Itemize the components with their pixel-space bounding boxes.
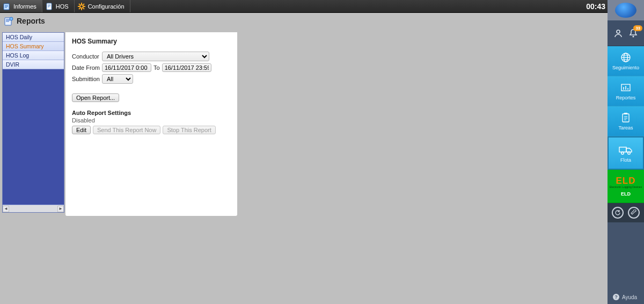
scroll-right-icon[interactable]: ► (57, 206, 64, 212)
date-to-input[interactable] (162, 63, 211, 72)
sidebar-hscroll[interactable]: ◄ ► (3, 205, 64, 212)
document-icon (46, 3, 53, 10)
conductor-select[interactable]: All Drivers (102, 52, 209, 61)
rail-user-row: 33 (608, 20, 644, 46)
svg-point-14 (633, 35, 634, 37)
report-icon (3, 3, 11, 10)
sidebar-item-dvir[interactable]: DVIR (3, 60, 64, 69)
date-to-label: To (153, 64, 160, 71)
rail-tile-fleet[interactable]: Flota (608, 136, 644, 170)
help-label: Ayuda (622, 294, 637, 300)
sidebar-item-hos-summary[interactable]: HOS Summary (3, 42, 64, 51)
rail-label: Flota (620, 157, 631, 163)
submission-select[interactable]: All (102, 74, 133, 84)
panel-title: HOS Summary (72, 38, 231, 45)
chart-icon (620, 82, 632, 93)
notifications-button[interactable]: 33 (628, 28, 638, 38)
refresh-icon[interactable] (612, 207, 624, 219)
svg-point-13 (617, 30, 620, 33)
svg-rect-25 (624, 113, 627, 114)
rail-tile-tracking[interactable]: Seguimiento (608, 46, 644, 76)
notification-badge: 33 (633, 25, 642, 31)
tab-label: Configuración (88, 3, 125, 10)
svg-line-7 (79, 4, 80, 5)
rail-avatar-area[interactable] (608, 0, 644, 20)
report-type-sidebar: HOS Daily HOS Summary HOS Log DVIR ◄ ► (2, 32, 64, 213)
rail-help[interactable]: ? Ayuda (608, 290, 644, 304)
auto-report-status: Disabled (72, 117, 231, 124)
right-rail: 33 Seguimiento Reportes Tareas Flota ELD… (608, 0, 644, 304)
clipboard-icon (620, 112, 632, 124)
tab-hos[interactable]: HOS (42, 0, 75, 12)
sidebar-item-hos-log[interactable]: HOS Log (3, 51, 64, 60)
page-title: Reports (17, 17, 45, 25)
stop-report-button: Stop This Report (163, 126, 215, 134)
svg-line-8 (83, 8, 84, 9)
sidebar-item-hos-daily[interactable]: HOS Daily (3, 33, 64, 42)
rail-label: ELD (621, 191, 631, 197)
tab-label: Informes (13, 3, 36, 10)
rail-label: Tareas (618, 125, 633, 131)
submission-label: Submittion (72, 76, 102, 82)
date-from-label: Date From (72, 64, 102, 71)
svg-line-9 (79, 8, 80, 9)
reports-page-icon (4, 16, 14, 26)
truck-icon (618, 144, 633, 156)
conductor-label: Conductor (72, 53, 102, 60)
topbar: Informes HOS Configuración 00:43 (0, 0, 644, 13)
rail-label: Reportes (616, 95, 636, 100)
svg-rect-1 (47, 3, 52, 10)
rail-label: Seguimiento (612, 65, 639, 70)
clock: 00:43 (586, 0, 605, 13)
gear-icon (78, 3, 85, 10)
svg-point-31 (628, 151, 631, 154)
page-header: Reports (0, 13, 608, 32)
help-icon: ? (613, 294, 619, 300)
report-panel: HOS Summary Conductor All Drivers Date F… (65, 32, 237, 216)
svg-point-30 (621, 151, 624, 154)
scroll-left-icon[interactable]: ◄ (3, 206, 9, 212)
svg-point-12 (10, 17, 13, 20)
open-report-button[interactable]: Open Report... (72, 93, 119, 102)
eld-logo-sub: Electronic Logging Devices (610, 185, 642, 189)
eld-logo-text: ELD (616, 176, 636, 185)
wrench-icon[interactable] (628, 207, 640, 219)
edit-button[interactable]: Edit (72, 126, 91, 134)
auto-report-heading: Auto Report Settings (72, 110, 231, 116)
tab-informes[interactable]: Informes (0, 0, 42, 12)
svg-point-2 (80, 5, 83, 8)
sidebar-filler (3, 69, 64, 205)
rail-tile-reports[interactable]: Reportes (608, 76, 644, 106)
tab-config[interactable]: Configuración (75, 0, 130, 12)
rail-tile-tasks[interactable]: Tareas (608, 106, 644, 136)
avatar-icon (615, 3, 636, 18)
svg-rect-29 (619, 147, 626, 152)
svg-line-10 (83, 4, 84, 5)
rail-tool-row (608, 203, 644, 222)
tab-label: HOS (56, 3, 69, 10)
send-report-now-button: Send This Report Now (93, 126, 160, 134)
user-icon[interactable] (613, 28, 623, 38)
rail-tile-eld[interactable]: ELD Electronic Logging Devices ELD (608, 170, 644, 203)
workarea: HOS Daily HOS Summary HOS Log DVIR ◄ ► H… (0, 32, 608, 216)
globe-icon (620, 52, 632, 63)
content-area: Reports HOS Daily HOS Summary HOS Log DV… (0, 13, 608, 304)
rail-filler (608, 222, 644, 290)
date-from-input[interactable] (102, 63, 151, 72)
